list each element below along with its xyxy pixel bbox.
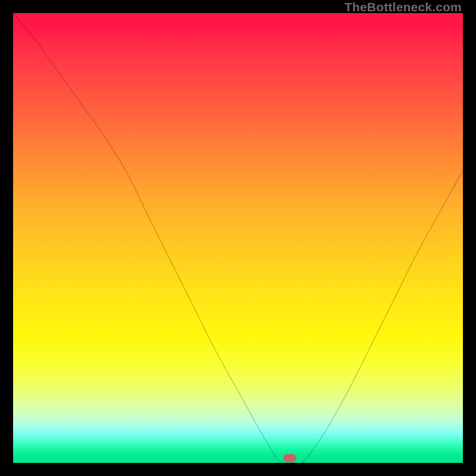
watermark-text: TheBottleneck.com bbox=[345, 0, 462, 14]
bottleneck-curve bbox=[13, 13, 463, 463]
chart-frame: TheBottleneck.com bbox=[0, 0, 476, 476]
optimum-marker bbox=[283, 454, 296, 462]
plot-area bbox=[13, 13, 463, 463]
